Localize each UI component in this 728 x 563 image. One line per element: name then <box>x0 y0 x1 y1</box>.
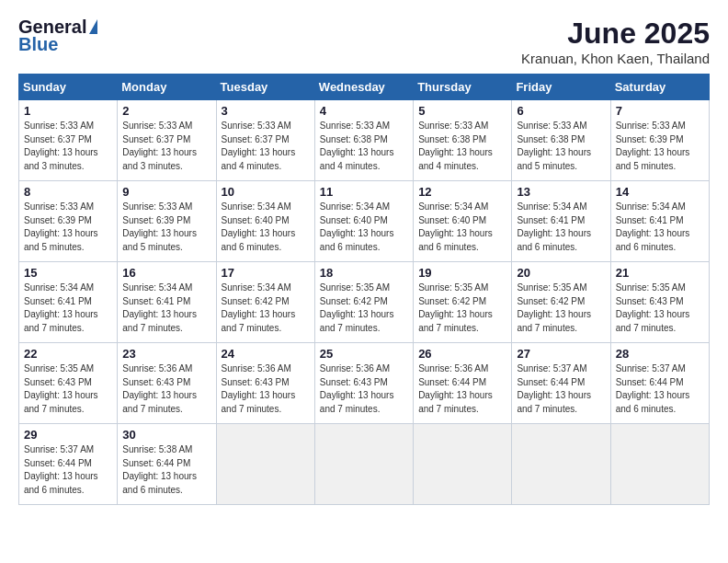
day-detail: Sunrise: 5:34 AMSunset: 6:41 PMDaylight:… <box>616 201 704 254</box>
day-number: 21 <box>616 266 704 280</box>
weekday-header-monday: Monday <box>118 75 216 100</box>
day-number: 4 <box>320 104 408 118</box>
day-number: 24 <box>222 347 310 361</box>
title-area: June 2025 Kranuan, Khon Kaen, Thailand <box>521 17 710 66</box>
calendar-cell: 25Sunrise: 5:36 AMSunset: 6:43 PMDayligh… <box>314 343 413 424</box>
weekday-header-friday: Friday <box>512 75 610 100</box>
calendar-cell: 22Sunrise: 5:35 AMSunset: 6:43 PMDayligh… <box>19 343 118 424</box>
day-number: 6 <box>517 104 605 118</box>
logo-triangle <box>89 19 97 34</box>
weekday-header-thursday: Thursday <box>414 75 512 100</box>
day-number: 12 <box>418 185 506 199</box>
calendar-cell: 11Sunrise: 5:34 AMSunset: 6:40 PMDayligh… <box>314 181 413 262</box>
calendar-cell: 13Sunrise: 5:34 AMSunset: 6:41 PMDayligh… <box>512 181 610 262</box>
weekday-header-sunday: Sunday <box>19 75 118 100</box>
day-number: 20 <box>517 266 605 280</box>
calendar-cell: 14Sunrise: 5:34 AMSunset: 6:41 PMDayligh… <box>610 181 709 262</box>
calendar-cell: 28Sunrise: 5:37 AMSunset: 6:44 PMDayligh… <box>610 343 709 424</box>
calendar-cell: 21Sunrise: 5:35 AMSunset: 6:43 PMDayligh… <box>610 262 709 343</box>
calendar-cell: 8Sunrise: 5:33 AMSunset: 6:39 PMDaylight… <box>19 181 118 262</box>
day-number: 18 <box>320 266 408 280</box>
day-detail: Sunrise: 5:35 AMSunset: 6:43 PMDaylight:… <box>24 362 112 416</box>
calendar-cell: 4Sunrise: 5:33 AMSunset: 6:38 PMDaylight… <box>314 100 413 181</box>
day-detail: Sunrise: 5:33 AMSunset: 6:39 PMDaylight:… <box>122 201 210 254</box>
calendar-cell: 26Sunrise: 5:36 AMSunset: 6:44 PMDayligh… <box>414 343 512 424</box>
day-number: 1 <box>24 104 112 118</box>
day-detail: Sunrise: 5:34 AMSunset: 6:41 PMDaylight:… <box>24 282 112 335</box>
calendar-cell: 1Sunrise: 5:33 AMSunset: 6:37 PMDaylight… <box>19 100 118 181</box>
weekday-header-wednesday: Wednesday <box>314 75 413 100</box>
day-detail: Sunrise: 5:36 AMSunset: 6:43 PMDaylight:… <box>122 362 210 416</box>
weekday-header-row: SundayMondayTuesdayWednesdayThursdayFrid… <box>19 75 710 100</box>
day-detail: Sunrise: 5:33 AMSunset: 6:38 PMDaylight:… <box>418 120 506 173</box>
day-detail: Sunrise: 5:37 AMSunset: 6:44 PMDaylight:… <box>24 443 112 497</box>
calendar-cell <box>314 424 413 505</box>
day-detail: Sunrise: 5:35 AMSunset: 6:42 PMDaylight:… <box>517 282 605 335</box>
calendar-body: 1Sunrise: 5:33 AMSunset: 6:37 PMDaylight… <box>19 100 710 505</box>
day-number: 2 <box>122 104 210 118</box>
day-detail: Sunrise: 5:33 AMSunset: 6:39 PMDaylight:… <box>616 120 704 173</box>
month-title: June 2025 <box>521 17 710 51</box>
day-number: 25 <box>320 347 408 361</box>
day-detail: Sunrise: 5:34 AMSunset: 6:41 PMDaylight:… <box>122 282 210 335</box>
day-detail: Sunrise: 5:33 AMSunset: 6:37 PMDaylight:… <box>222 120 310 173</box>
day-detail: Sunrise: 5:37 AMSunset: 6:44 PMDaylight:… <box>616 362 704 416</box>
calendar-cell: 10Sunrise: 5:34 AMSunset: 6:40 PMDayligh… <box>216 181 314 262</box>
logo: General Blue <box>18 17 97 55</box>
day-number: 10 <box>222 185 310 199</box>
day-number: 13 <box>517 185 605 199</box>
calendar-cell: 3Sunrise: 5:33 AMSunset: 6:37 PMDaylight… <box>216 100 314 181</box>
day-number: 28 <box>616 347 704 361</box>
day-number: 27 <box>517 347 605 361</box>
day-detail: Sunrise: 5:36 AMSunset: 6:44 PMDaylight:… <box>418 362 506 416</box>
calendar-cell: 20Sunrise: 5:35 AMSunset: 6:42 PMDayligh… <box>512 262 610 343</box>
day-detail: Sunrise: 5:35 AMSunset: 6:43 PMDaylight:… <box>616 282 704 335</box>
week-row-5: 29Sunrise: 5:37 AMSunset: 6:44 PMDayligh… <box>19 424 710 505</box>
calendar-cell <box>216 424 314 505</box>
day-number: 9 <box>122 185 210 199</box>
calendar-cell <box>414 424 512 505</box>
calendar-cell: 19Sunrise: 5:35 AMSunset: 6:42 PMDayligh… <box>414 262 512 343</box>
day-number: 5 <box>418 104 506 118</box>
day-detail: Sunrise: 5:34 AMSunset: 6:42 PMDaylight:… <box>222 282 310 335</box>
week-row-3: 15Sunrise: 5:34 AMSunset: 6:41 PMDayligh… <box>19 262 710 343</box>
calendar-cell: 2Sunrise: 5:33 AMSunset: 6:37 PMDaylight… <box>118 100 216 181</box>
day-number: 19 <box>418 266 506 280</box>
calendar-cell: 27Sunrise: 5:37 AMSunset: 6:44 PMDayligh… <box>512 343 610 424</box>
calendar-cell: 12Sunrise: 5:34 AMSunset: 6:40 PMDayligh… <box>414 181 512 262</box>
day-number: 29 <box>24 428 112 442</box>
day-detail: Sunrise: 5:33 AMSunset: 6:38 PMDaylight:… <box>517 120 605 173</box>
week-row-2: 8Sunrise: 5:33 AMSunset: 6:39 PMDaylight… <box>19 181 710 262</box>
week-row-1: 1Sunrise: 5:33 AMSunset: 6:37 PMDaylight… <box>19 100 710 181</box>
day-detail: Sunrise: 5:34 AMSunset: 6:40 PMDaylight:… <box>222 201 310 254</box>
day-number: 26 <box>418 347 506 361</box>
day-detail: Sunrise: 5:36 AMSunset: 6:43 PMDaylight:… <box>222 362 310 416</box>
day-number: 17 <box>222 266 310 280</box>
calendar-cell: 7Sunrise: 5:33 AMSunset: 6:39 PMDaylight… <box>610 100 709 181</box>
calendar-cell: 18Sunrise: 5:35 AMSunset: 6:42 PMDayligh… <box>314 262 413 343</box>
day-detail: Sunrise: 5:35 AMSunset: 6:42 PMDaylight:… <box>320 282 408 335</box>
day-detail: Sunrise: 5:33 AMSunset: 6:37 PMDaylight:… <box>24 120 112 173</box>
weekday-header-saturday: Saturday <box>610 75 709 100</box>
day-detail: Sunrise: 5:38 AMSunset: 6:44 PMDaylight:… <box>122 443 210 497</box>
calendar-cell: 29Sunrise: 5:37 AMSunset: 6:44 PMDayligh… <box>19 424 118 505</box>
calendar-cell: 24Sunrise: 5:36 AMSunset: 6:43 PMDayligh… <box>216 343 314 424</box>
day-number: 7 <box>616 104 704 118</box>
week-row-4: 22Sunrise: 5:35 AMSunset: 6:43 PMDayligh… <box>19 343 710 424</box>
day-detail: Sunrise: 5:36 AMSunset: 6:43 PMDaylight:… <box>320 362 408 416</box>
day-detail: Sunrise: 5:33 AMSunset: 6:37 PMDaylight:… <box>122 120 210 173</box>
calendar-cell: 23Sunrise: 5:36 AMSunset: 6:43 PMDayligh… <box>118 343 216 424</box>
day-detail: Sunrise: 5:34 AMSunset: 6:41 PMDaylight:… <box>517 201 605 254</box>
calendar-cell: 17Sunrise: 5:34 AMSunset: 6:42 PMDayligh… <box>216 262 314 343</box>
calendar-cell: 6Sunrise: 5:33 AMSunset: 6:38 PMDaylight… <box>512 100 610 181</box>
calendar-cell: 9Sunrise: 5:33 AMSunset: 6:39 PMDaylight… <box>118 181 216 262</box>
day-detail: Sunrise: 5:37 AMSunset: 6:44 PMDaylight:… <box>517 362 605 416</box>
header: General Blue June 2025 Kranuan, Khon Kae… <box>18 17 710 66</box>
location-title: Kranuan, Khon Kaen, Thailand <box>521 51 710 66</box>
day-number: 16 <box>122 266 210 280</box>
day-number: 14 <box>616 185 704 199</box>
calendar-cell <box>610 424 709 505</box>
day-number: 22 <box>24 347 112 361</box>
day-detail: Sunrise: 5:33 AMSunset: 6:38 PMDaylight:… <box>320 120 408 173</box>
day-detail: Sunrise: 5:33 AMSunset: 6:39 PMDaylight:… <box>24 201 112 254</box>
